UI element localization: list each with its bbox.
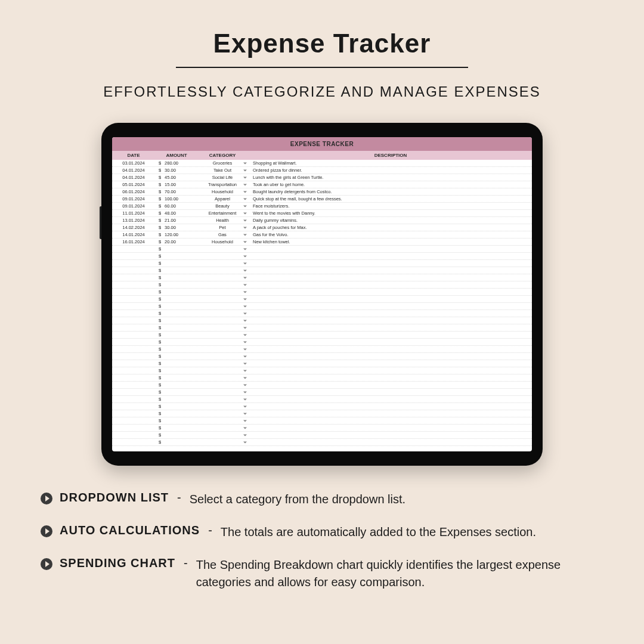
- cell-date[interactable]: [112, 333, 155, 337]
- cell-category-dropdown[interactable]: [196, 426, 249, 430]
- cell-category-dropdown[interactable]: [196, 326, 249, 330]
- cell-category-dropdown[interactable]: [196, 319, 249, 323]
- cell-category-dropdown[interactable]: [196, 255, 249, 258]
- cell-date[interactable]: [112, 405, 155, 408]
- cell-description[interactable]: [249, 391, 532, 394]
- cell-description[interactable]: [249, 340, 532, 344]
- spreadsheet-screen: EXPENSE TRACKER DATE AMOUNT CATEGORY DES…: [112, 137, 532, 451]
- cell-category-dropdown[interactable]: [196, 348, 249, 351]
- cell-description[interactable]: [249, 298, 532, 301]
- cell-description[interactable]: [249, 398, 532, 401]
- chevron-down-icon: [243, 205, 247, 207]
- cell-date[interactable]: [112, 269, 155, 273]
- cell-date[interactable]: [112, 340, 155, 344]
- cell-category-dropdown[interactable]: [196, 419, 249, 423]
- chevron-down-icon: [243, 312, 247, 314]
- cell-description[interactable]: [249, 255, 532, 258]
- chevron-down-icon: [243, 341, 247, 343]
- cell-description[interactable]: [249, 419, 532, 423]
- cell-date[interactable]: [112, 376, 155, 380]
- cell-category-dropdown[interactable]: [196, 305, 249, 308]
- cell-date[interactable]: [112, 290, 155, 294]
- cell-description[interactable]: [249, 355, 532, 358]
- cell-category-dropdown[interactable]: [196, 383, 249, 387]
- chevron-down-icon: [243, 420, 247, 422]
- cell-date[interactable]: [112, 283, 155, 287]
- chevron-down-icon: [243, 398, 247, 400]
- cell-date[interactable]: [112, 319, 155, 323]
- cell-category-dropdown[interactable]: [196, 340, 249, 344]
- cell-description[interactable]: [249, 276, 532, 280]
- cell-date[interactable]: [112, 441, 155, 444]
- cell-category-dropdown[interactable]: [196, 290, 249, 294]
- cell-category-dropdown[interactable]: [196, 355, 249, 358]
- cell-date[interactable]: [112, 383, 155, 387]
- cell-date[interactable]: [112, 298, 155, 301]
- cell-date[interactable]: [112, 362, 155, 366]
- cell-description[interactable]: [249, 319, 532, 323]
- cell-description[interactable]: [249, 412, 532, 416]
- cell-description[interactable]: [249, 405, 532, 408]
- cell-category-dropdown[interactable]: [196, 312, 249, 315]
- cell-description[interactable]: [249, 283, 532, 287]
- cell-description[interactable]: [249, 305, 532, 308]
- cell-category-dropdown[interactable]: [196, 412, 249, 416]
- cell-description[interactable]: [249, 434, 532, 437]
- cell-description[interactable]: [249, 348, 532, 351]
- cell-date[interactable]: [112, 398, 155, 401]
- cell-date[interactable]: [112, 391, 155, 394]
- cell-category-dropdown[interactable]: [196, 298, 249, 301]
- cell-description[interactable]: [249, 312, 532, 315]
- cell-description[interactable]: [249, 269, 532, 273]
- page-subtitle: EFFORTLESSLY CATEGORIZE AND MANAGE EXPEN…: [0, 83, 644, 100]
- feature-label: AUTO CALCULATIONS: [60, 524, 200, 537]
- cell-category-dropdown[interactable]: [196, 269, 249, 273]
- cell-date[interactable]: [112, 262, 155, 265]
- cell-date[interactable]: [112, 434, 155, 437]
- cell-category-dropdown[interactable]: [196, 333, 249, 337]
- cell-category-dropdown[interactable]: [196, 405, 249, 408]
- cell-date[interactable]: [112, 355, 155, 358]
- cell-description[interactable]: [249, 262, 532, 265]
- cell-category-dropdown[interactable]: [196, 434, 249, 437]
- cell-category-dropdown[interactable]: [196, 369, 249, 373]
- cell-description[interactable]: [249, 326, 532, 330]
- cell-date[interactable]: [112, 369, 155, 373]
- cell-category-dropdown[interactable]: [196, 398, 249, 401]
- cell-date[interactable]: 16.01.2024: [112, 237, 155, 246]
- cell-description[interactable]: [249, 247, 532, 251]
- cell-date[interactable]: [112, 419, 155, 423]
- cell-date[interactable]: [112, 312, 155, 315]
- chevron-down-icon: [243, 405, 247, 407]
- cell-category-dropdown[interactable]: [196, 276, 249, 280]
- feature-label: DROPDOWN LIST: [60, 491, 169, 504]
- cell-date[interactable]: [112, 247, 155, 251]
- cell-date[interactable]: [112, 426, 155, 430]
- cell-category-dropdown[interactable]: Household: [196, 237, 249, 246]
- cell-description[interactable]: [249, 333, 532, 337]
- cell-description[interactable]: [249, 376, 532, 380]
- cell-category-dropdown[interactable]: [196, 376, 249, 380]
- cell-description[interactable]: [249, 369, 532, 373]
- cell-description[interactable]: [249, 426, 532, 430]
- cell-description[interactable]: [249, 362, 532, 366]
- cell-date[interactable]: [112, 412, 155, 416]
- cell-description[interactable]: New kitchen towel.: [249, 237, 532, 246]
- cell-category-dropdown[interactable]: [196, 391, 249, 394]
- cell-date[interactable]: [112, 255, 155, 258]
- cell-category-dropdown[interactable]: [196, 283, 249, 287]
- cell-date[interactable]: [112, 348, 155, 351]
- sheet-title: EXPENSE TRACKER: [112, 137, 532, 151]
- cell-date[interactable]: [112, 305, 155, 308]
- cell-description[interactable]: [249, 383, 532, 387]
- cell-date[interactable]: [112, 276, 155, 280]
- cell-category-dropdown[interactable]: [196, 362, 249, 366]
- cell-date[interactable]: [112, 326, 155, 330]
- cell-category-dropdown[interactable]: [196, 247, 249, 251]
- cell-category-dropdown[interactable]: [196, 262, 249, 265]
- cell-category-dropdown[interactable]: [196, 441, 249, 444]
- cell-description[interactable]: [249, 441, 532, 444]
- cell-amount[interactable]: $: [155, 438, 196, 447]
- chevron-down-icon: [243, 355, 247, 357]
- cell-description[interactable]: [249, 290, 532, 294]
